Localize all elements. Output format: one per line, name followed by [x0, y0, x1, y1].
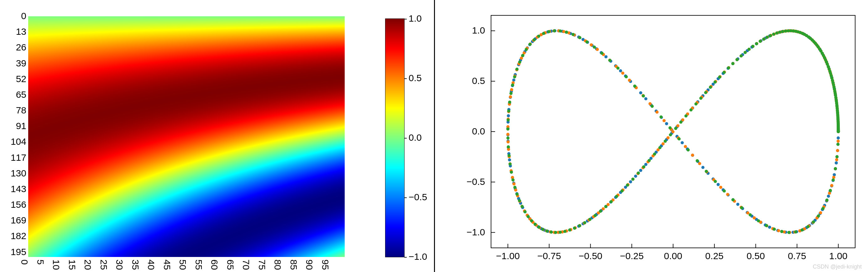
colorbar-tick-mark — [404, 78, 407, 79]
heatmap-x-tick: 10 — [51, 260, 61, 270]
figure-row: 013263952657891104117130143156169182195 … — [0, 0, 868, 272]
colorbar-tick: 0.5 — [409, 73, 422, 83]
colorbar-canvas — [385, 19, 404, 257]
colorbar-tick-mark — [404, 19, 407, 20]
heatmap-x-tick: 25 — [98, 260, 109, 270]
colorbar-tick-mark — [404, 198, 407, 198]
colorbar-tick: −1.0 — [409, 251, 427, 262]
heatmap-y-tick: 117 — [1, 152, 26, 163]
heatmap-y-tick: 65 — [1, 89, 26, 100]
colorbar-tick: 0.0 — [409, 132, 422, 143]
scatter-x-tick: −1.00 — [492, 251, 524, 261]
heatmap-x-tick: 50 — [177, 260, 188, 270]
heatmap-y-tick: 39 — [1, 58, 26, 69]
colorbar-tick-mark — [404, 138, 407, 139]
heatmap-y-tick: 130 — [1, 168, 26, 179]
heatmap-y-tick: 156 — [1, 199, 26, 210]
scatter-x-tick: 0.25 — [699, 251, 730, 261]
heatmap-y-tick: 52 — [1, 73, 26, 84]
scatter-y-tick: 0.0 — [454, 126, 485, 137]
heatmap-y-tick: 169 — [1, 215, 26, 225]
heatmap-x-tick: 80 — [272, 260, 283, 270]
heatmap-x-tick: 0 — [19, 260, 30, 265]
heatmap-y-tick: 0 — [1, 11, 26, 21]
heatmap-x-tick: 55 — [193, 260, 204, 270]
watermark-text: CSDN @jedi-knight — [813, 264, 862, 270]
colorbar-tick: 1.0 — [409, 13, 422, 24]
heatmap-canvas — [28, 16, 345, 257]
heatmap-y-tick: 78 — [1, 105, 26, 116]
scatter-y-tick: −0.5 — [454, 176, 485, 187]
scatter-x-tick: −0.25 — [616, 251, 647, 261]
scatter-x-tick: 1.00 — [823, 251, 854, 261]
heatmap-x-tick: 65 — [225, 260, 236, 270]
scatter-x-tick: −0.50 — [575, 251, 606, 261]
heatmap-x-tick: 75 — [257, 260, 267, 270]
heatmap-x-tick: 90 — [304, 260, 315, 270]
scatter-x-tick: 0.50 — [740, 251, 772, 261]
heatmap-x-tick: 45 — [162, 260, 172, 270]
heatmap-x-tick: 20 — [83, 260, 93, 270]
heatmap-panel: 013263952657891104117130143156169182195 … — [0, 0, 435, 272]
heatmap-x-tick: 35 — [130, 260, 141, 270]
heatmap-x-tick: 60 — [209, 260, 220, 270]
heatmap-y-tick: 104 — [1, 136, 26, 147]
heatmap-y-tick: 13 — [1, 26, 26, 37]
scatter-y-tick: 1.0 — [454, 25, 485, 36]
heatmap-y-tick: 26 — [1, 42, 26, 53]
heatmap-x-tick: 40 — [146, 260, 156, 270]
heatmap-x-tick: 15 — [67, 260, 78, 270]
colorbar-tick-mark — [404, 257, 407, 258]
scatter-x-tick: −0.75 — [534, 251, 565, 261]
scatter-panel: −1.0−0.50.00.51.0 −1.00−0.75−0.50−0.250.… — [435, 0, 868, 272]
heatmap-x-tick: 70 — [241, 260, 251, 270]
heatmap-y-tick: 91 — [1, 121, 26, 131]
heatmap-x-tick: 30 — [114, 260, 125, 270]
colorbar-tick: −0.5 — [409, 192, 427, 203]
heatmap-x-tick: 5 — [35, 260, 46, 265]
scatter-x-tick: 0.00 — [657, 251, 689, 261]
heatmap-x-tick: 85 — [288, 260, 299, 270]
heatmap-y-tick: 143 — [1, 184, 26, 194]
scatter-x-tick: 0.75 — [781, 251, 812, 261]
scatter-y-tick: −1.0 — [454, 227, 485, 238]
heatmap-y-tick: 182 — [1, 231, 26, 241]
scatter-y-tick: 0.5 — [454, 75, 485, 86]
heatmap-x-tick: 95 — [320, 260, 331, 270]
scatter-canvas — [491, 16, 855, 247]
heatmap-y-tick: 195 — [1, 247, 26, 257]
